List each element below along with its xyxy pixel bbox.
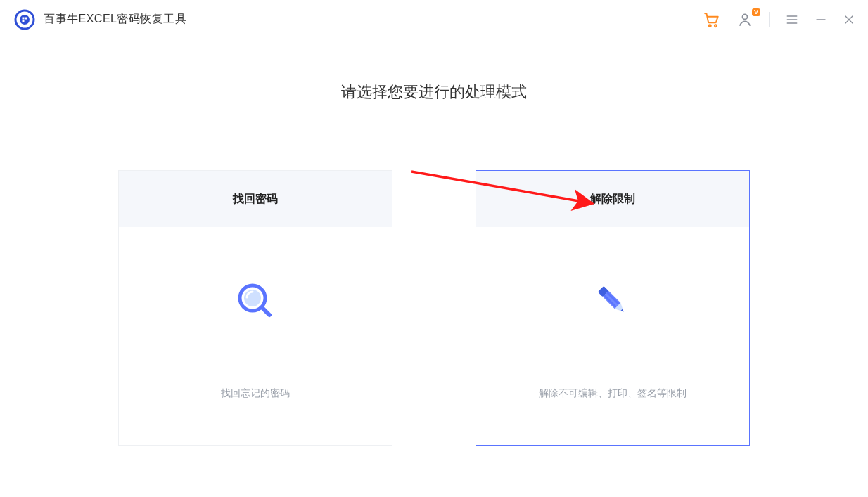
titlebar-left: 百事牛EXCEL密码恢复工具 [14, 9, 186, 30]
svg-point-6 [715, 25, 717, 27]
mode-cards: 找回密码 找回忘记的密码 解除限制 [0, 170, 868, 446]
card-unrestrict-desc: 解除不可编辑、打印、签名等限制 [539, 387, 687, 400]
card-recover-desc: 找回忘记的密码 [221, 387, 290, 400]
menu-icon[interactable] [785, 13, 799, 27]
magnifier-icon [233, 276, 278, 325]
card-recover-title: 找回密码 [119, 171, 392, 227]
account-icon[interactable]: V [736, 11, 753, 28]
pencil-icon [590, 276, 635, 325]
titlebar-separator [769, 12, 770, 27]
svg-rect-2 [23, 17, 25, 19]
svg-rect-3 [25, 17, 27, 19]
svg-point-7 [743, 14, 748, 19]
app-logo-icon [14, 9, 35, 30]
svg-rect-4 [23, 20, 25, 22]
mode-title: 请选择您要进行的处理模式 [0, 82, 868, 103]
card-recover-body: 找回忘记的密码 [119, 227, 392, 445]
cart-icon[interactable] [703, 11, 721, 29]
card-unrestrict-title: 解除限制 [476, 171, 749, 227]
card-unrestrict-body: 解除不可编辑、打印、签名等限制 [476, 227, 749, 445]
close-icon[interactable] [843, 13, 855, 26]
titlebar-right: V [703, 11, 855, 29]
card-remove-restrictions[interactable]: 解除限制 解除不可编辑、打印、签名等限制 [476, 170, 750, 446]
app-title: 百事牛EXCEL密码恢复工具 [44, 12, 186, 27]
account-badge: V [752, 8, 760, 16]
main-content: 请选择您要进行的处理模式 找回密码 找回忘记的密码 解除限制 [0, 39, 868, 446]
svg-line-16 [262, 308, 269, 315]
titlebar: 百事牛EXCEL密码恢复工具 V [0, 0, 868, 39]
minimize-icon[interactable] [815, 13, 827, 26]
svg-point-5 [709, 25, 711, 27]
svg-point-1 [20, 15, 30, 25]
card-recover-password[interactable]: 找回密码 找回忘记的密码 [118, 170, 392, 446]
